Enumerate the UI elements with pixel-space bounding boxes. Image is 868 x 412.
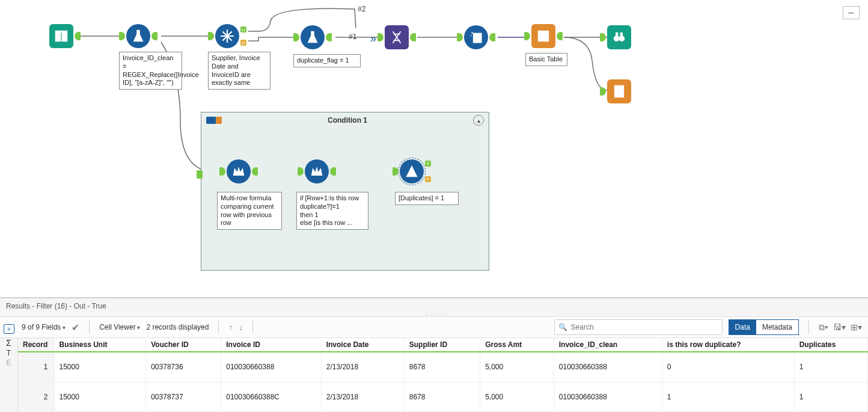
col-date[interactable]: Invoice Date xyxy=(321,338,404,352)
data-cleanse-tool[interactable] xyxy=(464,25,488,49)
snowflake-icon xyxy=(219,28,235,44)
dna-icon xyxy=(389,29,405,45)
crown-icon xyxy=(231,164,246,179)
sparkle-grid-icon xyxy=(468,29,484,45)
annotation-unique: Supplier, Invoice Date and InvoiceID are… xyxy=(208,52,270,90)
container-icon xyxy=(206,117,222,124)
search-input[interactable]: 🔍 xyxy=(554,319,723,335)
col-clean[interactable]: Invoice_ID_clean xyxy=(554,338,662,352)
svg-point-14 xyxy=(614,36,619,42)
annotation-basic-table: Basic Table xyxy=(525,53,567,66)
table-icon xyxy=(536,28,551,44)
col-bu[interactable]: Business Unit xyxy=(54,338,146,352)
col-supplier[interactable]: Supplier ID xyxy=(404,338,480,352)
toggle-data[interactable]: Data xyxy=(729,320,756,334)
dna-tool[interactable] xyxy=(385,25,409,49)
col-record[interactable]: Record xyxy=(18,338,54,352)
svg-point-9 xyxy=(139,37,140,38)
col-dups[interactable]: Duplicates xyxy=(794,338,867,352)
binoculars-icon xyxy=(611,29,627,45)
multirow-tool-1[interactable] xyxy=(227,159,251,183)
results-title: Results - Filter (16) - Out - True xyxy=(0,298,868,314)
svg-point-8 xyxy=(136,38,137,40)
join-arrows-icon: » xyxy=(370,32,376,45)
filter-tool[interactable]: T F xyxy=(400,159,424,183)
container-title: Condition 1 xyxy=(227,116,468,125)
flask-icon xyxy=(305,29,320,45)
gutter-lines-icon[interactable]: ≡ xyxy=(4,324,14,334)
collapse-button[interactable]: ▴ xyxy=(473,115,484,126)
table-tool[interactable] xyxy=(531,24,555,48)
col-invoice[interactable]: Invoice ID xyxy=(221,338,321,352)
formula-tool-flag[interactable] xyxy=(301,25,325,49)
gutter-e-icon[interactable]: E xyxy=(6,358,11,367)
formula-tool-regex[interactable] xyxy=(126,24,150,48)
svg-rect-17 xyxy=(620,32,622,35)
port-f: F xyxy=(425,176,431,182)
col-voucher[interactable]: Voucher ID xyxy=(146,338,221,352)
report-icon xyxy=(611,84,627,99)
table-row[interactable]: 2 15000 00378737 010030660388C 2/13/2018… xyxy=(18,382,868,411)
search-icon: 🔍 xyxy=(558,323,567,331)
arrow-down-icon[interactable]: ↓ xyxy=(239,322,243,332)
svg-rect-10 xyxy=(474,34,481,43)
svg-rect-16 xyxy=(616,32,618,35)
condition-container[interactable]: Condition 1 ▴ Multi-row formula comparin… xyxy=(201,112,489,271)
multirow-tool-2[interactable] xyxy=(305,159,329,183)
results-toolbar: ≡ 9 of 9 Fields ✔ Cell Viewer 2 records … xyxy=(0,316,868,338)
arrow-up-icon[interactable]: ↑ xyxy=(228,322,233,332)
results-table[interactable]: Record Business Unit Voucher ID Invoice … xyxy=(18,338,868,412)
workflow-canvas[interactable]: – Invoice_ID_clean = REGEX_Replace([Invo… xyxy=(0,0,868,295)
gutter-sigma-icon[interactable]: Σ xyxy=(6,338,11,348)
col-amt[interactable]: Gross Amt xyxy=(480,338,554,352)
annotation-duplicates: [Duplicates] = 1 xyxy=(395,192,459,205)
delta-icon xyxy=(404,164,420,179)
flask-icon xyxy=(130,28,146,44)
port-u: U xyxy=(240,26,246,32)
copy-icon[interactable]: ⧉▾ xyxy=(819,322,828,333)
annotation-ifrow: if [Row+1:is this row duplicate?]=1 then… xyxy=(296,192,368,230)
table-row[interactable]: 1 15000 00378736 010030660388 2/13/2018 … xyxy=(18,352,868,382)
browse-tool-2[interactable] xyxy=(607,79,631,103)
crown-icon xyxy=(309,164,325,179)
results-panel: Results - Filter (16) - Out - True ⋮⋮⋮⋮ … xyxy=(0,297,868,412)
check-icon[interactable]: ✔ xyxy=(72,322,79,333)
port-t: T xyxy=(425,161,431,167)
fields-dropdown[interactable]: 9 of 9 Fields xyxy=(22,323,66,331)
input-data-tool[interactable] xyxy=(49,24,73,48)
col-isdup[interactable]: is this row duplicate? xyxy=(662,338,794,352)
connector-label-2: #2 xyxy=(358,5,365,13)
annotation-dupflag: duplicate_flag = 1 xyxy=(293,54,361,67)
table-header-row: Record Business Unit Voucher ID Invoice … xyxy=(18,338,868,352)
cell-viewer-dropdown[interactable]: Cell Viewer xyxy=(99,323,140,331)
save-icon[interactable]: 🖫▾ xyxy=(833,322,846,332)
popout-icon[interactable]: ⊞▾ xyxy=(851,322,862,332)
annotation-multirow: Multi-row formula comparing current row … xyxy=(217,192,282,230)
book-icon xyxy=(53,28,69,44)
gutter-t-icon[interactable]: T xyxy=(7,349,11,357)
browse-tool-1[interactable] xyxy=(607,25,631,49)
toggle-metadata[interactable]: Metadata xyxy=(756,320,798,334)
unique-tool[interactable]: U D xyxy=(215,24,239,48)
records-displayed-label: 2 records displayed xyxy=(146,323,209,331)
svg-point-15 xyxy=(619,36,625,42)
data-metadata-toggle[interactable]: Data Metadata xyxy=(729,319,799,335)
svg-rect-11 xyxy=(538,31,548,41)
search-field[interactable] xyxy=(571,323,718,331)
port-d: D xyxy=(240,40,246,46)
connector-label-1: #1 xyxy=(349,32,356,41)
minimize-button[interactable]: – xyxy=(843,6,860,19)
annotation-regex: Invoice_ID_clean = REGEX_Replace([Invoic… xyxy=(119,52,182,90)
